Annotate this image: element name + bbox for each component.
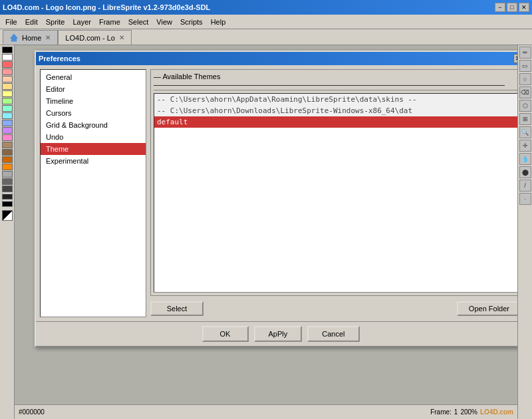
pref-nav-timeline[interactable]: Timeline [41, 95, 146, 107]
palette-yellow[interactable] [2, 83, 13, 90]
tab-home-close[interactable]: ✕ [45, 34, 51, 41]
dialog-close-button[interactable]: ✕ [513, 54, 517, 63]
palette-nearlygray[interactable] [2, 193, 13, 200]
pref-nav-editor[interactable]: Editor [41, 83, 146, 95]
color-value: #000000 [19, 408, 45, 416]
cancel-button[interactable]: Cancel [307, 326, 359, 342]
dialog-body: General Editor Timeline Cursors Grid & B… [36, 65, 517, 321]
themes-list-folder1[interactable]: -- C:\Users\ahorn\AppData\Roaming\LibreS… [154, 94, 517, 105]
preferences-content: — Available Themes —————————————————————… [150, 69, 517, 317]
dialog-title-text: Preferences [39, 55, 80, 63]
palette-blue[interactable] [2, 120, 13, 126]
themes-group-title: — Available Themes —————————————————————… [154, 72, 517, 90]
palette-magenta[interactable] [2, 134, 13, 141]
close-button[interactable]: ✕ [519, 3, 529, 12]
palette-brown[interactable] [2, 142, 13, 148]
tab-lo4d[interactable]: LO4D.com - Lo ✕ [58, 30, 132, 45]
palette-darkbrown[interactable] [2, 149, 13, 156]
tool-rect[interactable]: ▭ [519, 60, 531, 72]
dialog-title-bar: Preferences ✕ [36, 52, 517, 65]
status-bar: #000000 Frame: 1 200% LO4D.com [15, 404, 517, 419]
palette-peach[interactable] [2, 76, 13, 82]
ok-button[interactable]: OK [202, 326, 249, 342]
pref-nav-theme[interactable]: Theme [41, 143, 146, 155]
menu-select[interactable]: Select [124, 17, 153, 27]
menu-bar: File Edit Sprite Layer Frame Select View… [0, 15, 532, 29]
palette-black[interactable] [2, 47, 13, 53]
tool-paint-bucket[interactable]: ⬤ [519, 166, 531, 178]
pref-nav-cursors[interactable]: Cursors [41, 107, 146, 119]
dialog-footer: OK ApPly Cancel [36, 321, 517, 346]
themes-action-buttons: Select Open Folder [150, 300, 517, 317]
open-folder-button[interactable]: Open Folder [457, 301, 517, 316]
tool-select[interactable]: ⊞ [519, 113, 531, 125]
menu-view[interactable]: View [152, 17, 176, 27]
themes-list[interactable]: -- C:\Users\ahorn\AppData\Roaming\LibreS… [154, 93, 517, 293]
zoom-label: 200% [460, 408, 477, 416]
tool-zoom[interactable]: 🔍 [519, 126, 531, 138]
tool-eyedropper[interactable]: 💧 [519, 153, 531, 165]
frame-label: Frame: [430, 408, 452, 416]
title-bar-text: LO4D.com - Logo Icon.png - LibreSprite v… [3, 3, 210, 11]
tool-eraser[interactable]: ⌫ [519, 86, 531, 98]
tab-lo4d-label: LO4D.com - Lo [65, 34, 115, 42]
minimize-button[interactable]: − [495, 3, 505, 12]
color-palette [0, 45, 15, 419]
tool-circle[interactable]: ○ [519, 73, 531, 85]
themes-group: — Available Themes —————————————————————… [150, 69, 517, 296]
maximize-button[interactable]: □ [507, 3, 517, 12]
palette-brightorange[interactable] [2, 164, 13, 170]
tool-line[interactable]: / [519, 180, 531, 192]
menu-edit[interactable]: Edit [21, 17, 42, 27]
palette-cyan[interactable] [2, 112, 13, 119]
palette-white[interactable] [2, 54, 13, 61]
fg-bg-color[interactable] [2, 210, 13, 221]
title-bar-buttons: − □ ✕ [495, 3, 529, 12]
menu-sprite[interactable]: Sprite [42, 17, 69, 27]
palette-black2[interactable] [2, 200, 13, 207]
pref-nav-general[interactable]: General [41, 71, 146, 83]
menu-frame[interactable]: Frame [95, 17, 124, 27]
palette-red[interactable] [2, 61, 13, 68]
themes-list-default[interactable]: default [154, 116, 517, 128]
preferences-dialog: Preferences ✕ General Editor Timeline Cu… [35, 51, 517, 347]
title-bar: LO4D.com - Logo Icon.png - LibreSprite v… [0, 0, 532, 15]
palette-purple[interactable] [2, 127, 13, 134]
palette-verydarkgray[interactable] [2, 186, 13, 192]
tool-spray[interactable]: · [519, 193, 531, 205]
apply-button[interactable]: ApPly [254, 326, 303, 342]
tabs-bar: Home ✕ LO4D.com - Lo ✕ [0, 29, 532, 45]
tool-pencil[interactable]: ✏ [519, 47, 531, 59]
palette-mint[interactable] [2, 105, 13, 112]
palette-pink[interactable] [2, 69, 13, 75]
preferences-nav: General Editor Timeline Cursors Grid & B… [40, 69, 146, 317]
menu-layer[interactable]: Layer [68, 17, 95, 27]
watermark-badge: LO4D.com [480, 408, 513, 416]
palette-darkgray[interactable] [2, 178, 13, 185]
canvas-area: Preferences ✕ General Editor Timeline Cu… [15, 45, 517, 419]
frame-value: 1 [454, 408, 458, 416]
home-icon [10, 34, 18, 42]
tab-home-label: Home [22, 34, 41, 42]
palette-gray[interactable] [2, 171, 13, 178]
menu-scripts[interactable]: Scripts [176, 17, 207, 27]
app-body: Preferences ✕ General Editor Timeline Cu… [0, 45, 532, 419]
select-button[interactable]: Select [150, 301, 203, 316]
tab-lo4d-close[interactable]: ✕ [119, 34, 124, 41]
pref-nav-grid[interactable]: Grid & Background [41, 119, 146, 131]
pref-nav-experimental[interactable]: Experimental [41, 155, 146, 167]
tool-fill[interactable]: ⬡ [519, 100, 531, 112]
palette-lightgreen[interactable] [2, 98, 13, 104]
menu-file[interactable]: File [1, 17, 21, 27]
tool-move[interactable]: ✛ [519, 140, 531, 152]
palette-orange[interactable] [2, 156, 13, 163]
palette-lightyellow[interactable] [2, 90, 13, 97]
pref-nav-undo[interactable]: Undo [41, 131, 146, 143]
tab-home[interactable]: Home ✕ [3, 30, 58, 45]
menu-help[interactable]: Help [207, 17, 230, 27]
themes-list-folder2[interactable]: -- C:\Users\ahorn\Downloads\LibreSprite-… [154, 105, 517, 116]
right-toolbox: ✏ ▭ ○ ⌫ ⬡ ⊞ 🔍 ✛ 💧 ⬤ / · [517, 45, 532, 419]
